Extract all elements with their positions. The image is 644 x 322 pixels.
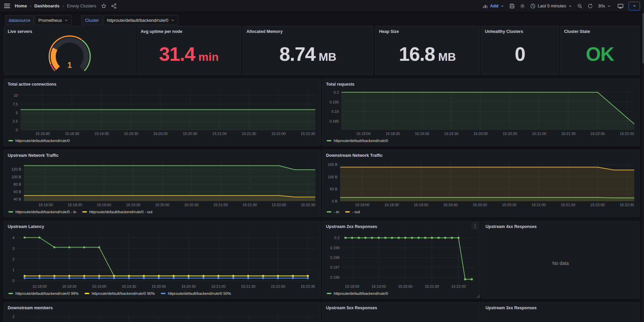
panel-title[interactable]: Upstream 3xx Responses — [486, 306, 537, 310]
panel-resize-handle[interactable] — [477, 295, 479, 297]
add-button[interactable]: Add — [483, 3, 504, 8]
panel-title[interactable]: Allocated Memory — [246, 29, 283, 34]
legend-item[interactable]: httproute/default/backend/rule/0 - in — [8, 210, 76, 214]
svg-text:2: 2 — [12, 315, 14, 319]
cluster-select[interactable]: httproute/default/backend/rule/0 — [103, 15, 179, 25]
time-range-picker[interactable]: Last 5 minutes — [530, 3, 572, 9]
panel-title[interactable]: Upstream 2xx Responses — [326, 224, 377, 229]
legend-item[interactable]: httproute/default/backend/rule/0 90% — [85, 291, 155, 295]
svg-text:15:21:30: 15:21:30 — [242, 203, 257, 207]
panel-title[interactable]: Downstream Network Traffic — [326, 153, 383, 158]
svg-text:50 B: 50 B — [330, 187, 337, 191]
stat-value: 31.4min — [159, 44, 219, 64]
save-dashboard-icon[interactable] — [509, 3, 515, 9]
panel-title[interactable]: Cluster State — [564, 29, 590, 34]
svg-text:15:20:00: 15:20:00 — [473, 132, 488, 136]
legend-item[interactable]: httproute/default/backend/rule/0 50% — [161, 291, 231, 295]
share-icon[interactable] — [111, 3, 117, 9]
time-series-chart[interactable]: 0.1960.1970.1980.1990.215:18:0015:19:001… — [325, 230, 477, 290]
svg-text:150 B: 150 B — [328, 163, 337, 167]
breadcrumb-separator: › — [30, 4, 31, 8]
panel-title[interactable]: Upstream 4xx Responses — [486, 224, 537, 229]
stat-value: 8.74MB — [279, 44, 336, 64]
legend-item[interactable]: httproute/default/backend/rule/0 — [327, 291, 388, 295]
legend-item[interactable]: - out — [345, 210, 360, 214]
panel-title[interactable]: Downstream members — [8, 306, 53, 310]
svg-text:0.198: 0.198 — [330, 256, 339, 260]
breadcrumb-dashboards[interactable]: Dashboards — [34, 3, 59, 8]
legend-item[interactable]: httproute/default/backend/rule/0 — [8, 139, 70, 143]
time-series-chart[interactable]: 2 — [7, 312, 317, 322]
tv-kiosk-icon[interactable] — [617, 3, 624, 9]
chevron-down-icon — [171, 18, 175, 22]
refresh-interval-picker[interactable]: 30s — [598, 3, 611, 8]
legend-item[interactable]: - in — [327, 210, 339, 214]
breadcrumb-home[interactable]: Home — [15, 3, 27, 8]
collapse-nav-button[interactable] — [629, 2, 640, 10]
svg-text:0.195: 0.195 — [329, 100, 339, 104]
svg-text:15:18:30: 15:18:30 — [67, 203, 82, 207]
svg-text:15:18:30: 15:18:30 — [385, 132, 400, 136]
legend-item[interactable]: httproute/default/backend/rule/0 99% — [8, 291, 79, 295]
panel-title[interactable]: Live servers — [8, 29, 32, 34]
panel-title[interactable]: Avg uptime per node — [141, 29, 182, 34]
panel-downstream-network-traffic: Downstream Network Traffic 0 B50 B100 B1… — [322, 150, 640, 217]
panel-title[interactable]: Total requests — [326, 82, 355, 87]
svg-text:15:21:30: 15:21:30 — [561, 132, 576, 136]
time-series-chart[interactable]: 0 B50 B100 B150 B15:18:0015:18:3015:19:0… — [325, 159, 636, 208]
svg-text:15:21:00: 15:21:00 — [532, 203, 546, 207]
svg-text:15:20:00: 15:20:00 — [151, 284, 166, 288]
svg-text:0: 0 — [12, 279, 14, 283]
stat-value: 16.8MB — [399, 44, 456, 64]
panel-title[interactable]: Upstream 5xx Responses — [326, 306, 377, 310]
svg-text:2.5: 2.5 — [13, 119, 18, 123]
panel-title[interactable]: Unhealthy Clusters — [485, 29, 523, 34]
svg-text:15:18:30: 15:18:30 — [62, 284, 77, 288]
top-nav: Home › Dashboards › Envoy Clusters Add — [0, 0, 644, 12]
time-series-chart[interactable]: 0123415:18:0015:18:3015:19:0015:19:3015:… — [7, 230, 317, 290]
breadcrumb: Home › Dashboards › Envoy Clusters — [15, 3, 96, 8]
panel-menu-kebab-icon[interactable]: ⋮ — [471, 222, 479, 230]
svg-text:2: 2 — [12, 257, 14, 261]
refresh-icon[interactable] — [588, 3, 593, 9]
svg-text:15:20:30: 15:20:30 — [183, 132, 197, 136]
time-series-chart[interactable]: 40 B60 B80 B100 B120 B15:18:0015:18:3015… — [7, 159, 317, 208]
legend-item[interactable]: httproute/default/backend/rule/0 - out — [82, 210, 152, 214]
settings-gear-icon[interactable] — [520, 3, 525, 9]
no-data-message: No data — [485, 230, 636, 296]
svg-text:15:20:00: 15:20:00 — [398, 284, 413, 288]
favorite-star-icon[interactable] — [101, 3, 106, 9]
svg-text:15:20:00: 15:20:00 — [473, 203, 487, 207]
panel-upstream-5xx-responses: Upstream 5xx Responses — [322, 302, 480, 322]
svg-text:3: 3 — [12, 246, 14, 250]
svg-text:0.185: 0.185 — [329, 119, 339, 123]
time-series-chart[interactable] — [325, 312, 477, 322]
panel-title[interactable]: Heap Size — [379, 29, 399, 34]
panel-title[interactable]: Total active connections — [8, 82, 56, 87]
panel-title[interactable]: Upstream Network Traffic — [8, 153, 58, 158]
svg-text:15:19:00: 15:19:00 — [92, 284, 106, 288]
scrollbar-thumb[interactable] — [642, 13, 644, 63]
datasource-variable: datasource Prometheus — [5, 15, 72, 25]
zoom-out-icon[interactable] — [577, 3, 583, 9]
bar-chart-add-icon — [483, 4, 488, 8]
datasource-label[interactable]: datasource — [5, 15, 34, 25]
scrollbar[interactable] — [642, 12, 644, 322]
time-series-chart[interactable] — [485, 312, 636, 322]
panel-title[interactable]: Upstream Latency — [8, 224, 44, 229]
svg-text:0.199: 0.199 — [330, 246, 339, 250]
svg-text:15:22:00: 15:22:00 — [451, 284, 466, 288]
cluster-label[interactable]: Cluster — [81, 15, 102, 25]
svg-text:15:21:00: 15:21:00 — [532, 132, 546, 136]
panel-live-servers: Live servers 1 — [4, 26, 136, 75]
stat-value: OK — [586, 44, 614, 64]
stat-value: 0 — [515, 44, 525, 64]
svg-text:15:18:00: 15:18:00 — [345, 284, 359, 288]
svg-text:0: 0 — [16, 128, 18, 132]
datasource-select[interactable]: Prometheus — [35, 15, 72, 25]
hamburger-menu-icon[interactable] — [4, 3, 10, 8]
time-series-chart[interactable]: 02.557.51015:18:0015:18:3015:19:0015:19:… — [7, 88, 317, 137]
svg-text:15:22:30: 15:22:30 — [620, 203, 634, 207]
time-series-chart[interactable]: 0.1850.190.1950.215:18:0015:18:3015:19:0… — [325, 88, 636, 137]
legend-item[interactable]: httproute/default/backend/rule/0 — [327, 139, 388, 143]
